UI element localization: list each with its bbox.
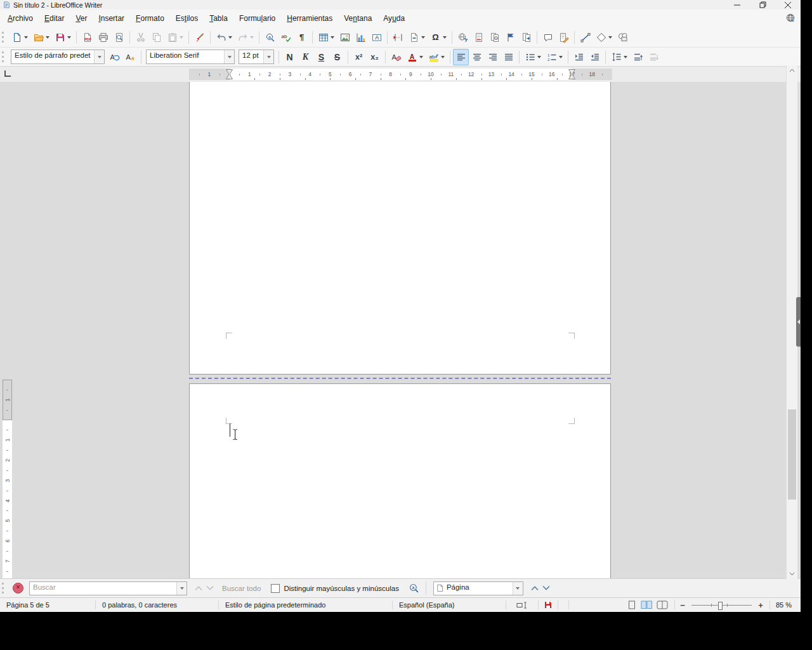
language-status[interactable]: Español (España) xyxy=(393,598,506,612)
clone-formatting-button[interactable] xyxy=(192,29,207,46)
highlight-color-button[interactable]: ab xyxy=(426,49,447,65)
copy-button[interactable] xyxy=(148,29,164,46)
navigate-next-button[interactable] xyxy=(542,585,551,591)
menu-formato[interactable]: Formato xyxy=(130,11,170,26)
toolbar-grip[interactable] xyxy=(2,51,6,62)
word-count-status[interactable]: 0 palabras, 0 caracteres xyxy=(96,598,218,612)
numbered-list-button[interactable]: 12 xyxy=(544,49,565,65)
scroll-down-button[interactable] xyxy=(787,569,797,579)
sidebar-show-handle[interactable] xyxy=(796,297,801,347)
para-space-decrease-button[interactable] xyxy=(646,49,662,65)
superscript-button[interactable]: x² xyxy=(351,49,367,65)
cross-reference-button[interactable] xyxy=(518,29,534,46)
new-style-button[interactable]: A xyxy=(122,49,138,65)
dropdown-arrow-icon[interactable] xyxy=(608,36,612,39)
search-type-dropdown[interactable] xyxy=(513,582,523,595)
insert-page-break-button[interactable] xyxy=(390,29,406,46)
toolbar-grip[interactable] xyxy=(2,583,6,594)
dropdown-arrow-icon[interactable] xyxy=(421,36,425,39)
left-margin-marker[interactable] xyxy=(226,69,233,83)
page-style-status[interactable]: Estilo de página predeterminado xyxy=(219,598,392,612)
export-pdf-button[interactable]: PDF xyxy=(79,29,95,46)
horizontal-ruler[interactable]: 1123456789101112131415161718 xyxy=(189,69,612,80)
align-left-button[interactable] xyxy=(453,49,469,65)
formatting-marks-button[interactable]: ¶ xyxy=(294,29,310,46)
page-4[interactable] xyxy=(189,82,611,375)
print-button[interactable] xyxy=(95,29,111,46)
insert-field-button[interactable] xyxy=(406,29,428,46)
zoom-slider-thumb[interactable] xyxy=(718,602,723,610)
dropdown-arrow-icon[interactable] xyxy=(24,36,28,39)
selection-mode-status[interactable] xyxy=(506,598,538,612)
find-and-replace-button[interactable]: a xyxy=(408,583,421,594)
save-button[interactable] xyxy=(52,29,74,46)
dropdown-arrow-icon[interactable] xyxy=(443,36,447,39)
find-previous-button[interactable] xyxy=(194,585,203,591)
dropdown-arrow-icon[interactable] xyxy=(537,56,541,58)
spelling-button[interactable]: ab xyxy=(278,29,294,46)
document-modified-status[interactable] xyxy=(539,598,558,612)
multi-page-view-button[interactable] xyxy=(639,598,654,612)
menu-insertar[interactable]: Insertar xyxy=(93,11,130,26)
close-button[interactable] xyxy=(775,0,801,10)
menu-archivo[interactable]: Archivo xyxy=(2,11,39,26)
print-preview-button[interactable] xyxy=(111,29,127,46)
find-next-button[interactable] xyxy=(206,585,214,591)
update-globe-icon[interactable] xyxy=(786,13,796,25)
scrollbar-thumb[interactable] xyxy=(788,409,796,500)
para-space-increase-button[interactable] xyxy=(630,49,646,65)
dropdown-arrow-icon[interactable] xyxy=(624,56,627,58)
insert-line-button[interactable] xyxy=(577,29,593,46)
underline-button[interactable]: S xyxy=(313,49,329,65)
bold-button[interactable]: N xyxy=(282,49,298,65)
dropdown-arrow-icon[interactable] xyxy=(441,56,445,58)
open-button[interactable] xyxy=(30,29,52,46)
insert-comment-button[interactable] xyxy=(540,29,556,46)
restore-button[interactable] xyxy=(750,0,775,10)
endnote-button[interactable] xyxy=(487,29,502,46)
align-right-button[interactable] xyxy=(485,49,501,65)
footnote-button[interactable] xyxy=(471,29,487,46)
menu-formulario[interactable]: Formulario xyxy=(233,11,281,26)
line-spacing-button[interactable] xyxy=(608,49,630,65)
dropdown-arrow-icon[interactable] xyxy=(180,36,183,39)
single-page-view-button[interactable] xyxy=(625,598,639,612)
new-document-button[interactable] xyxy=(9,29,30,46)
zoom-in-button[interactable]: + xyxy=(756,598,766,612)
update-style-button[interactable]: A xyxy=(107,49,122,65)
search-history-dropdown[interactable] xyxy=(176,582,187,595)
menu-ventana[interactable]: Ventana xyxy=(338,11,377,26)
menu-herramientas[interactable]: Herramientas xyxy=(281,11,338,26)
align-center-button[interactable] xyxy=(469,49,485,65)
menu-ver[interactable]: Ver xyxy=(70,11,93,26)
redo-button[interactable] xyxy=(235,29,256,46)
scroll-up-button[interactable] xyxy=(787,65,797,76)
bullet-list-button[interactable] xyxy=(522,49,544,65)
dropdown-arrow-icon[interactable] xyxy=(419,56,423,58)
special-character-button[interactable]: Ω xyxy=(428,29,449,46)
insert-image-button[interactable] xyxy=(337,29,353,46)
zoom-slider[interactable] xyxy=(691,602,752,609)
insert-textbox-button[interactable]: A xyxy=(369,29,384,46)
minimize-button[interactable] xyxy=(724,0,750,10)
bookmark-button[interactable] xyxy=(502,29,518,46)
clear-formatting-button[interactable]: A xyxy=(388,49,404,65)
paste-button[interactable] xyxy=(164,29,186,46)
dropdown-arrow-icon[interactable] xyxy=(331,36,334,39)
navigate-previous-button[interactable] xyxy=(530,585,539,591)
dropdown-arrow-icon[interactable] xyxy=(250,36,254,39)
dropdown-arrow-icon[interactable] xyxy=(228,36,232,39)
zoom-out-button[interactable]: − xyxy=(678,598,688,612)
hyperlink-button[interactable] xyxy=(455,29,471,46)
font-name-combo[interactable]: Liberation Serif xyxy=(146,50,235,64)
search-type-combo[interactable]: Página xyxy=(433,581,523,595)
dropdown-arrow-icon[interactable] xyxy=(46,36,49,39)
strikethrough-button[interactable]: S xyxy=(329,49,345,65)
paragraph-style-combo-dropdown[interactable] xyxy=(94,50,104,63)
document-area[interactable]: 11234567 xyxy=(0,82,801,578)
tab-stop-selector-icon[interactable] xyxy=(4,70,11,77)
subscript-button[interactable]: x₂ xyxy=(367,49,383,65)
right-margin-marker[interactable] xyxy=(568,69,576,83)
insert-chart-button[interactable] xyxy=(353,29,369,46)
vertical-ruler[interactable]: 11234567 xyxy=(3,380,12,578)
